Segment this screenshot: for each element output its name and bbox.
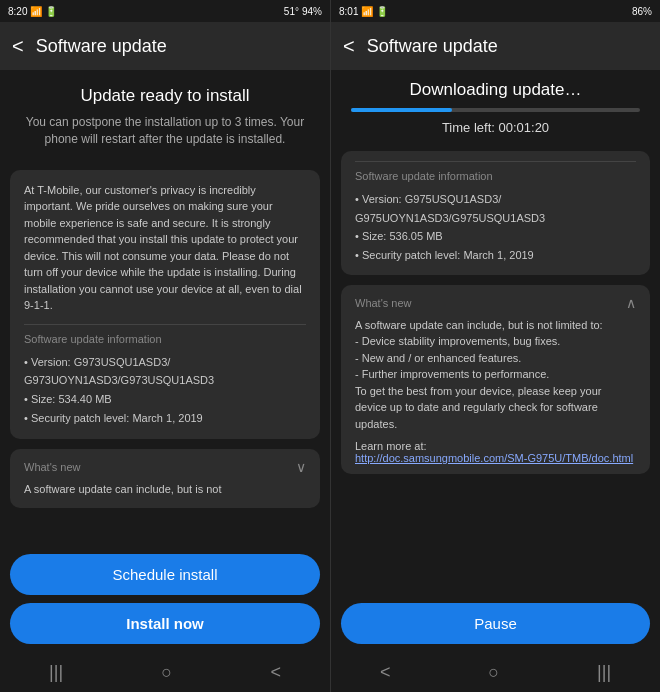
pause-button[interactable]: Pause (341, 603, 650, 644)
right-nav-bar: < ○ ||| (331, 652, 660, 692)
time-left-label: Time left: (442, 120, 495, 135)
right-time-left: Time left: 00:01:20 (351, 120, 640, 135)
list-item: Version: G975USQU1ASD3/ G975UOYN1ASD3/G9… (355, 190, 636, 227)
right-info-section-label: Software update information (355, 161, 636, 182)
left-status-right: 51° 94% (284, 6, 322, 17)
left-status-bar: 8:20 📶 🔋 51° 94% (0, 0, 330, 22)
right-download-title: Downloading update… (351, 80, 640, 100)
right-panel: 8:01 📶 🔋 86% < Software update Downloadi… (330, 0, 660, 692)
time-left-value: 00:01:20 (499, 120, 550, 135)
nav-back-button-right[interactable]: < (380, 662, 391, 683)
nav-home-button-right[interactable]: ○ (488, 662, 499, 683)
left-battery: 94% (302, 6, 322, 17)
left-bottom-buttons: Schedule install Install now (0, 546, 330, 652)
right-download-header: Downloading update… Time left: 00:01:20 (331, 70, 660, 145)
list-item: Version: G973USQU1ASD3/ G973UOYN1ASD3/G9… (24, 353, 306, 390)
right-learn-more: Learn more at: http://doc.samsungmobile.… (355, 440, 636, 464)
left-time: 8:20 (8, 6, 27, 17)
schedule-install-button[interactable]: Schedule install (10, 554, 320, 595)
left-whats-new: What's new ∨ A software update can inclu… (10, 449, 320, 508)
left-icons: 📶 🔋 (30, 6, 57, 17)
chevron-down-icon: ∨ (296, 459, 306, 475)
right-info-card: Software update information Version: G97… (341, 151, 650, 275)
left-nav-bar: ||| ○ < (0, 652, 330, 692)
left-whats-new-label: What's new (24, 461, 81, 473)
right-status-bar: 8:01 📶 🔋 86% (331, 0, 660, 22)
nav-recent-button-right[interactable]: ||| (597, 662, 611, 683)
left-update-subtitle: You can postpone the installation up to … (20, 114, 310, 148)
left-whats-new-text: A software update can include, but is no… (24, 481, 306, 498)
right-back-button[interactable]: < (343, 35, 355, 58)
left-info-section-label: Software update information (24, 324, 306, 345)
right-bottom-buttons: Pause (331, 595, 660, 652)
progress-bar-container (351, 108, 640, 112)
left-update-title: Update ready to install (20, 86, 310, 106)
learn-more-link[interactable]: http://doc.samsungmobile.com/SM-G975U/TM… (355, 452, 633, 464)
left-signal: 51° (284, 6, 299, 17)
nav-home-button[interactable]: ○ (161, 662, 172, 683)
list-item: Size: 534.40 MB (24, 390, 306, 409)
nav-back-button[interactable]: < (270, 662, 281, 683)
right-icons: 📶 🔋 (361, 6, 388, 17)
left-app-bar: < Software update (0, 22, 330, 70)
list-item: Security patch level: March 1, 2019 (355, 246, 636, 265)
left-back-button[interactable]: < (12, 35, 24, 58)
nav-recent-button[interactable]: ||| (49, 662, 63, 683)
left-scroll-content: Update ready to install You can postpone… (0, 70, 330, 546)
progress-bar-fill (351, 108, 452, 112)
right-scroll-content: Downloading update… Time left: 00:01:20 … (331, 70, 660, 595)
left-status-left: 8:20 📶 🔋 (8, 6, 57, 17)
left-info-list: Version: G973USQU1ASD3/ G973UOYN1ASD3/G9… (24, 353, 306, 428)
right-whats-new-content: A software update can include, but is no… (355, 317, 636, 433)
left-info-card: At T-Mobile, our customer's privacy is i… (10, 170, 320, 440)
left-whats-new-header: What's new ∨ (24, 459, 306, 475)
right-whats-new-header: What's new ∧ (355, 295, 636, 311)
right-time: 8:01 (339, 6, 358, 17)
chevron-up-icon: ∧ (626, 295, 636, 311)
right-status-left: 8:01 📶 🔋 (339, 6, 388, 17)
right-app-bar: < Software update (331, 22, 660, 70)
left-panel: 8:20 📶 🔋 51° 94% < Software update Updat… (0, 0, 330, 692)
left-app-title: Software update (36, 36, 167, 57)
list-item: Size: 536.05 MB (355, 227, 636, 246)
right-whats-new-label: What's new (355, 297, 412, 309)
left-update-header: Update ready to install You can postpone… (0, 70, 330, 164)
install-now-button[interactable]: Install now (10, 603, 320, 644)
left-privacy-text: At T-Mobile, our customer's privacy is i… (24, 182, 306, 314)
list-item: Security patch level: March 1, 2019 (24, 409, 306, 428)
right-battery: 86% (632, 6, 652, 17)
right-app-title: Software update (367, 36, 498, 57)
right-info-list: Version: G975USQU1ASD3/ G975UOYN1ASD3/G9… (355, 190, 636, 265)
learn-more-label: Learn more at: (355, 440, 427, 452)
right-status-right: 86% (632, 6, 652, 17)
right-whats-new: What's new ∧ A software update can inclu… (341, 285, 650, 475)
